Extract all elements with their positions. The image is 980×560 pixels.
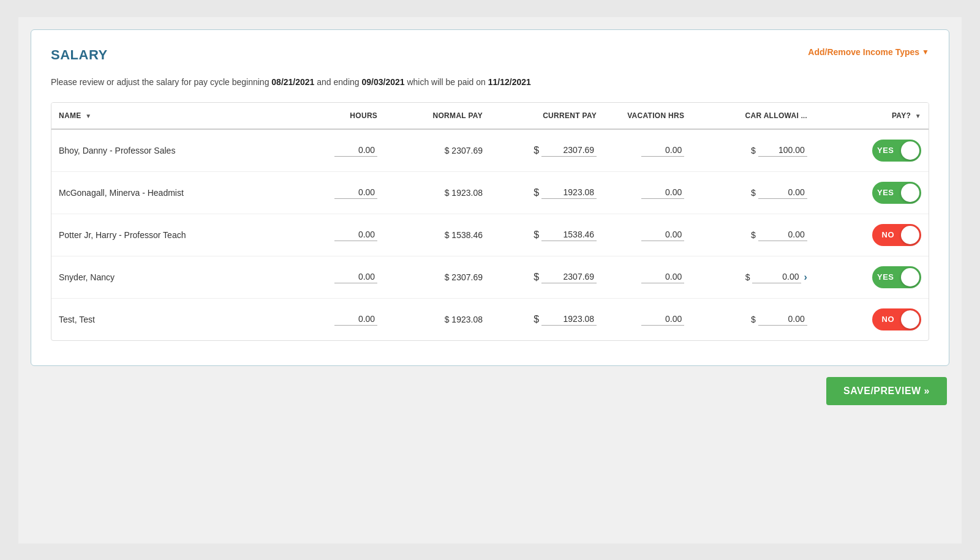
toggle-knob <box>901 226 919 244</box>
vacation-cell[interactable] <box>604 171 692 214</box>
hours-cell[interactable] <box>297 256 385 298</box>
current-pay-input[interactable] <box>541 144 597 157</box>
hours-cell[interactable] <box>297 298 385 340</box>
car-allowance-input[interactable] <box>758 228 807 241</box>
current-pay-input[interactable] <box>541 228 597 241</box>
vacation-cell[interactable] <box>604 256 692 298</box>
normal-pay-cell: $ 1538.46 <box>385 214 490 256</box>
normal-pay-cell: $ 2307.69 <box>385 256 490 298</box>
col-header-current-pay: CURRENT PAY <box>490 103 604 129</box>
pay-toggle[interactable]: YES <box>872 266 921 288</box>
car-allowance-input[interactable] <box>752 271 801 283</box>
vacation-input[interactable] <box>641 313 684 326</box>
hours-input[interactable] <box>334 228 377 241</box>
vacation-cell[interactable] <box>604 214 692 256</box>
save-preview-button[interactable]: SAVE/PREVIEW » <box>826 377 947 405</box>
salary-table-wrapper: NAME ▼ HOURS NORMAL PAY CURRENT PAY VACA… <box>51 102 929 341</box>
car-dollar: $ <box>751 188 756 198</box>
hours-cell[interactable] <box>297 129 385 172</box>
current-pay-cell[interactable]: $ <box>490 256 604 298</box>
vacation-input[interactable] <box>641 144 684 157</box>
car-dollar: $ <box>745 272 750 282</box>
col-header-pay[interactable]: PAY? ▼ <box>815 103 929 129</box>
toggle-label: YES <box>872 272 899 282</box>
toggle-wrap: YES <box>822 140 921 162</box>
pay-toggle[interactable]: YES <box>872 182 921 204</box>
pay-cycle-description: Please review or adjust the salary for p… <box>51 75 929 89</box>
car-allowance-cell[interactable]: $ <box>692 129 814 172</box>
hours-cell[interactable] <box>297 214 385 256</box>
toggle-wrap: YES <box>822 182 921 204</box>
current-pay-dollar: $ <box>533 187 539 198</box>
current-pay-input[interactable] <box>541 313 597 326</box>
car-allowance-cell[interactable]: $ <box>692 214 814 256</box>
hours-input[interactable] <box>334 144 377 157</box>
vacation-cell[interactable] <box>604 129 692 172</box>
table-body: Bhoy, Danny - Professor Sales $ 2307.69 … <box>51 129 929 340</box>
car-dollar: $ <box>751 146 756 155</box>
car-allowance-cell[interactable]: $ <box>692 298 814 340</box>
card-header: SALARY Add/Remove Income Types ▼ <box>51 47 929 63</box>
vacation-input[interactable] <box>641 228 684 241</box>
employee-name-cell: Snyder, Nancy <box>51 256 297 298</box>
normal-pay-cell: $ 2307.69 <box>385 129 490 172</box>
hours-input[interactable] <box>334 186 377 199</box>
car-allowance-cell[interactable]: $ › <box>692 256 814 298</box>
bottom-bar: SAVE/PREVIEW » <box>31 366 949 405</box>
pay-toggle-cell[interactable]: NO <box>815 214 929 256</box>
pay-toggle[interactable]: YES <box>872 140 921 162</box>
normal-pay-cell: $ 1923.08 <box>385 298 490 340</box>
car-dollar: $ <box>751 315 756 324</box>
current-pay-cell[interactable]: $ <box>490 298 604 340</box>
toggle-knob <box>901 268 919 286</box>
pay-toggle-cell[interactable]: YES <box>815 129 929 172</box>
salary-card: SALARY Add/Remove Income Types ▼ Please … <box>31 29 949 366</box>
vacation-cell[interactable] <box>604 298 692 340</box>
col-header-car-allowance: CAR ALLOWAI ... <box>692 103 814 129</box>
toggle-label: NO <box>877 230 900 239</box>
pay-sort-arrow: ▼ <box>915 113 921 119</box>
add-remove-income-button[interactable]: Add/Remove Income Types ▼ <box>808 47 929 57</box>
current-pay-input[interactable] <box>541 271 597 283</box>
hours-cell[interactable] <box>297 171 385 214</box>
car-allowance-input[interactable] <box>758 313 807 326</box>
pay-toggle[interactable]: NO <box>872 224 921 246</box>
table-row: Snyder, Nancy $ 2307.69 $ $ › <box>51 256 929 298</box>
hours-input[interactable] <box>334 313 377 326</box>
employee-name-cell: Potter Jr, Harry - Professor Teach <box>51 214 297 256</box>
car-allowance-input[interactable] <box>758 186 807 199</box>
toggle-knob <box>901 184 919 202</box>
employee-name-cell: McGonagall, Minerva - Headmist <box>51 171 297 214</box>
hours-input[interactable] <box>334 271 377 283</box>
current-pay-cell[interactable]: $ <box>490 214 604 256</box>
pay-toggle-cell[interactable]: YES <box>815 256 929 298</box>
current-pay-input[interactable] <box>541 186 597 199</box>
table-row: Test, Test $ 1923.08 $ $ <box>51 298 929 340</box>
vacation-input[interactable] <box>641 186 684 199</box>
current-pay-cell[interactable]: $ <box>490 129 604 172</box>
salary-table: NAME ▼ HOURS NORMAL PAY CURRENT PAY VACA… <box>51 103 929 340</box>
current-pay-dollar: $ <box>533 145 539 156</box>
normal-pay-cell: $ 1923.08 <box>385 171 490 214</box>
toggle-wrap: NO <box>822 224 921 246</box>
current-pay-cell[interactable]: $ <box>490 171 604 214</box>
car-expand-icon[interactable]: › <box>804 272 807 283</box>
employee-name-cell: Bhoy, Danny - Professor Sales <box>51 129 297 172</box>
current-pay-dollar: $ <box>533 230 539 241</box>
table-row: Potter Jr, Harry - Professor Teach $ 153… <box>51 214 929 256</box>
table-row: McGonagall, Minerva - Headmist $ 1923.08… <box>51 171 929 214</box>
col-header-normal-pay: NORMAL PAY <box>385 103 490 129</box>
pay-toggle[interactable]: NO <box>872 308 921 330</box>
col-header-name[interactable]: NAME ▼ <box>51 103 297 129</box>
current-pay-dollar: $ <box>533 272 539 283</box>
pay-toggle-cell[interactable]: NO <box>815 298 929 340</box>
vacation-input[interactable] <box>641 271 684 283</box>
toggle-label: YES <box>872 146 899 155</box>
toggle-label: NO <box>877 315 900 324</box>
car-dollar: $ <box>751 230 756 240</box>
car-allowance-cell[interactable]: $ <box>692 171 814 214</box>
pay-toggle-cell[interactable]: YES <box>815 171 929 214</box>
add-remove-chevron-icon: ▼ <box>922 48 929 56</box>
car-allowance-input[interactable] <box>758 144 807 157</box>
current-pay-dollar: $ <box>533 314 539 325</box>
